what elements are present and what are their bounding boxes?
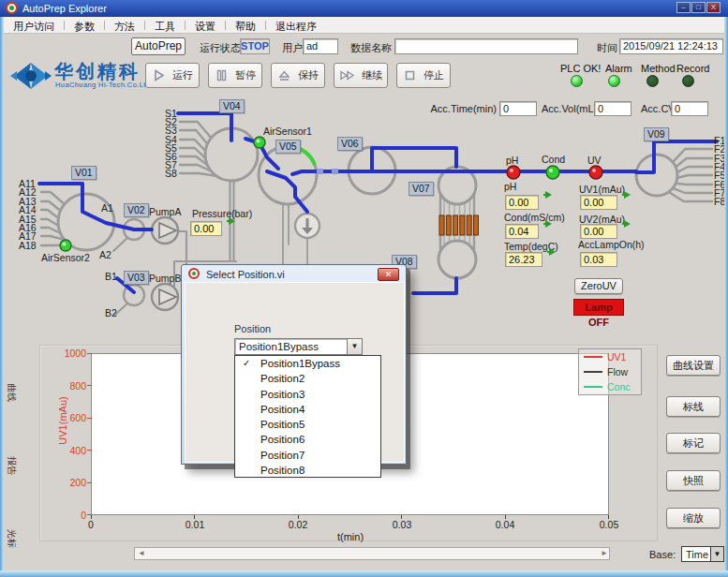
column-beads <box>439 215 479 235</box>
check-icon: ✓ <box>243 356 250 371</box>
side-label-report: 报告 <box>4 455 19 487</box>
valve-v09[interactable]: V09 <box>644 127 669 141</box>
base-label: Base: <box>649 549 676 560</box>
option-position8[interactable]: Position8 <box>235 463 380 478</box>
minimize-button[interactable]: – <box>676 2 691 13</box>
acclamp-readout-label: AccLampOn(h) <box>578 239 645 250</box>
window-border-bottom <box>0 570 728 577</box>
window-titlebar[interactable]: AutoPrep Explorer – □ X <box>0 0 728 17</box>
close-button[interactable]: X <box>706 2 721 13</box>
x-tick: 0.04 <box>488 519 522 530</box>
port-a18: A18 <box>19 240 37 251</box>
chevron-down-icon[interactable]: ▼ <box>347 339 362 354</box>
port-a2: A2 <box>99 249 111 260</box>
legend-conc[interactable]: Conc <box>579 379 641 394</box>
chevron-down-icon[interactable]: ▼ <box>710 547 723 561</box>
option-position5[interactable]: Position5 <box>235 417 380 432</box>
zoom-button[interactable]: 缩放 <box>666 508 721 528</box>
option-position6[interactable]: Position6 <box>235 432 380 447</box>
chart-legend: UV1 Flow Conc <box>578 348 642 395</box>
side-label-cursor: 光标 <box>4 528 19 560</box>
x-tick: 0.03 <box>385 519 419 530</box>
dialog-titlebar[interactable]: Select Position.vi ✕ <box>185 267 405 282</box>
uv2-readout-value: 0.00 <box>580 224 617 239</box>
lamp-off-button[interactable]: Lamp OFF <box>573 299 624 316</box>
chart-scrollbar[interactable] <box>134 547 610 560</box>
x-axis-label: t(min) <box>313 531 388 542</box>
marker-line-button[interactable]: 标线 <box>666 396 721 417</box>
port-b2: B2 <box>105 307 117 318</box>
valve-v01[interactable]: V01 <box>71 166 97 180</box>
ph-indicator-icon <box>545 191 552 199</box>
app-icon <box>6 2 18 14</box>
pump-b-label: PumpB <box>149 273 181 284</box>
dialog-close-button[interactable]: ✕ <box>378 268 399 281</box>
x-tick: 0.02 <box>281 519 315 530</box>
cond-readout-label: Cond(mS/cm) <box>504 212 565 223</box>
airsensor1-label: AirSensor1 <box>263 126 312 137</box>
pressure-indicator-icon <box>229 217 235 225</box>
option-position7[interactable]: Position7 <box>235 448 380 463</box>
ph-readout-value: 0.00 <box>505 195 539 210</box>
airsensor2-label: AirSensor2 <box>41 252 90 263</box>
dialog-title: Select Position.vi <box>206 269 285 280</box>
mark-button[interactable]: 标记 <box>666 433 721 453</box>
option-position3[interactable]: Position3 <box>235 387 380 402</box>
position-field-label: Position <box>234 323 271 334</box>
autoprep-window: { "window": { "title": "AutoPrep Explore… <box>0 0 728 577</box>
valve-v02[interactable]: V02 <box>124 203 149 217</box>
port-a1: A1 <box>101 202 113 214</box>
x-tick: 0.01 <box>178 519 212 530</box>
valve-v05[interactable]: V05 <box>275 140 301 154</box>
cond-indicator-icon <box>545 220 552 228</box>
snapshot-button[interactable]: 快照 <box>666 470 721 491</box>
option-position2[interactable]: Position2 <box>235 371 380 386</box>
port-s8: S8 <box>165 168 177 179</box>
window-border-left <box>0 17 4 571</box>
valve-v03[interactable]: V03 <box>124 271 149 285</box>
select-position-dialog: Select Position.vi ✕ Position Position1B… <box>181 264 407 465</box>
legend-uv1[interactable]: UV1 <box>579 349 641 364</box>
legend-flow[interactable]: Flow <box>579 364 641 379</box>
temp-readout-value: 26.23 <box>505 252 542 267</box>
y-tick: 600 <box>54 412 86 423</box>
y-tick: 1000 <box>54 348 86 359</box>
option-position1bypass[interactable]: ✓Position1Bypass <box>235 356 380 371</box>
maximize-button[interactable]: □ <box>691 2 706 13</box>
y-tick: 800 <box>54 380 86 392</box>
pump-a-label: PumpA <box>149 206 181 217</box>
acclamp-readout-value: 0.03 <box>580 252 617 267</box>
port-b1: B1 <box>105 271 117 282</box>
window-title: AutoPrep Explorer <box>22 3 107 14</box>
cond-sensor-label: Cond <box>542 154 565 165</box>
scroll-right-icon[interactable]: ► <box>601 549 608 557</box>
position-option-list: ✓Position1Bypass Position2 Position3 Pos… <box>234 355 381 478</box>
cond-readout-value: 0.04 <box>505 224 539 239</box>
scroll-left-icon[interactable]: ◄ <box>138 549 145 557</box>
uv1-readout-label: UV1(mAu) <box>579 184 625 195</box>
position-select[interactable]: Position1Bypass ▼ <box>234 338 363 355</box>
y-tick: 400 <box>54 445 86 456</box>
ph-sensor-label: pH <box>506 155 518 166</box>
valve-v06[interactable]: V06 <box>337 137 363 151</box>
zero-uv-button[interactable]: ZeroUV <box>574 278 623 294</box>
option-position4[interactable]: Position4 <box>235 402 380 417</box>
y-tick: 200 <box>54 477 86 488</box>
base-select[interactable]: Time ▼ <box>681 546 724 562</box>
uv-sensor-label: UV <box>587 155 602 166</box>
uv2-indicator-icon <box>624 220 631 228</box>
temp-indicator-icon <box>549 248 556 256</box>
pressure-label: Pressure(bar) <box>192 208 252 219</box>
uv1-indicator-icon <box>624 191 631 199</box>
side-label-curve: 曲线 <box>4 382 19 414</box>
x-tick: 0.05 <box>592 519 626 530</box>
window-border-right <box>724 17 728 571</box>
ph-readout-label: pH <box>504 181 516 192</box>
uv1-readout-value: 0.00 <box>580 195 617 210</box>
curve-settings-button[interactable]: 曲线设置 <box>666 355 721 376</box>
x-tick: 0 <box>74 519 108 530</box>
valve-v07[interactable]: V07 <box>409 182 434 196</box>
pressure-value: 0.00 <box>190 221 222 236</box>
valve-v04[interactable]: V04 <box>219 99 245 113</box>
vi-icon <box>188 268 200 279</box>
